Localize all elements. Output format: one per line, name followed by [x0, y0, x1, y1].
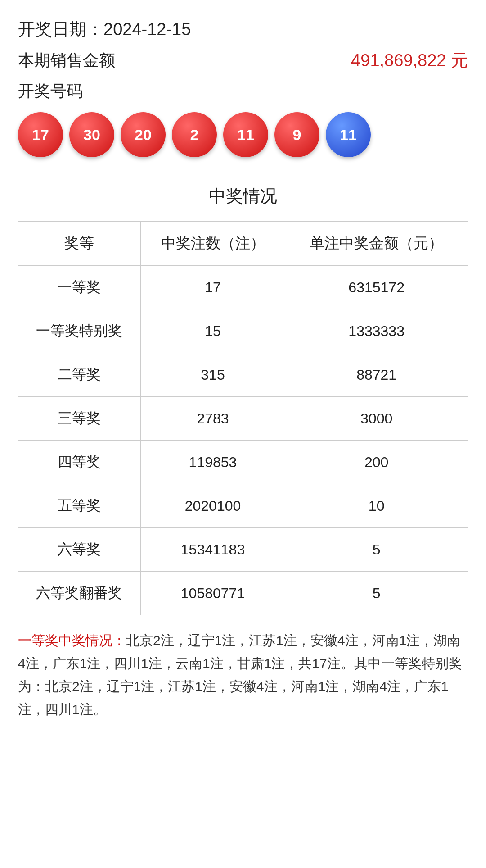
prize-amount: 5: [285, 572, 468, 615]
prize-name: 三等奖: [18, 397, 141, 441]
prize-count: 315: [140, 353, 285, 397]
prize-name: 四等奖: [18, 441, 141, 484]
ball-blue-1: 11: [326, 112, 371, 157]
sales-row: 本期销售金额 491,869,822 元: [18, 49, 468, 72]
table-row: 五等奖 2020100 10: [18, 484, 468, 528]
prize-name: 二等奖: [18, 353, 141, 397]
ball-red-3: 20: [121, 112, 166, 157]
prize-count: 17: [140, 266, 285, 309]
prize-name: 一等奖: [18, 266, 141, 309]
date-label: 开奖日期：: [18, 20, 104, 39]
table-row: 一等奖特别奖 15 1333333: [18, 309, 468, 353]
prize-amount: 200: [285, 441, 468, 484]
prize-name: 一等奖特别奖: [18, 309, 141, 353]
table-row: 六等奖翻番奖 10580771 5: [18, 572, 468, 615]
ball-red-1: 17: [18, 112, 63, 157]
divider: [18, 171, 468, 171]
table-row: 四等奖 119853 200: [18, 441, 468, 484]
balls-row: 17 30 20 2 11 9 11: [18, 112, 468, 157]
prize-detail-prefix: 一等奖中奖情况：: [18, 633, 126, 648]
table-row: 六等奖 15341183 5: [18, 528, 468, 572]
prize-count: 15: [140, 309, 285, 353]
prize-name: 六等奖: [18, 528, 141, 572]
prize-count: 2783: [140, 397, 285, 441]
prize-detail: 一等奖中奖情况：北京2注，辽宁1注，江苏1注，安徽4注，河南1注，湖南4注，广东…: [18, 629, 468, 721]
date-value: 2024-12-15: [104, 20, 191, 39]
prize-amount: 3000: [285, 397, 468, 441]
col-header-amount: 单注中奖金额（元）: [285, 222, 468, 266]
table-header-row: 奖等 中奖注数（注） 单注中奖金额（元）: [18, 222, 468, 266]
header-section: 开奖日期：2024-12-15 本期销售金额 491,869,822 元 开奖号…: [18, 18, 468, 157]
date-row: 开奖日期：2024-12-15: [18, 18, 468, 41]
ball-red-5: 11: [223, 112, 268, 157]
ball-red-4: 2: [172, 112, 217, 157]
sales-amount: 491,869,822 元: [351, 49, 468, 72]
col-header-name: 奖等: [18, 222, 141, 266]
prize-amount: 5: [285, 528, 468, 572]
table-row: 三等奖 2783 3000: [18, 397, 468, 441]
prize-count: 15341183: [140, 528, 285, 572]
prize-amount: 10: [285, 484, 468, 528]
ball-red-6: 9: [274, 112, 320, 157]
prize-amount: 1333333: [285, 309, 468, 353]
prize-amount: 88721: [285, 353, 468, 397]
table-row: 一等奖 17 6315172: [18, 266, 468, 309]
prize-section-title: 中奖情况: [18, 185, 468, 208]
prize-name: 六等奖翻番奖: [18, 572, 141, 615]
ball-red-2: 30: [69, 112, 114, 157]
prize-count: 10580771: [140, 572, 285, 615]
prize-table: 奖等 中奖注数（注） 单注中奖金额（元） 一等奖 17 6315172 一等奖特…: [18, 221, 468, 615]
prize-amount: 6315172: [285, 266, 468, 309]
prize-name: 五等奖: [18, 484, 141, 528]
table-row: 二等奖 315 88721: [18, 353, 468, 397]
prize-count: 119853: [140, 441, 285, 484]
sales-label: 本期销售金额: [18, 50, 115, 72]
col-header-count: 中奖注数（注）: [140, 222, 285, 266]
lottery-number-label: 开奖号码: [18, 80, 468, 102]
prize-count: 2020100: [140, 484, 285, 528]
